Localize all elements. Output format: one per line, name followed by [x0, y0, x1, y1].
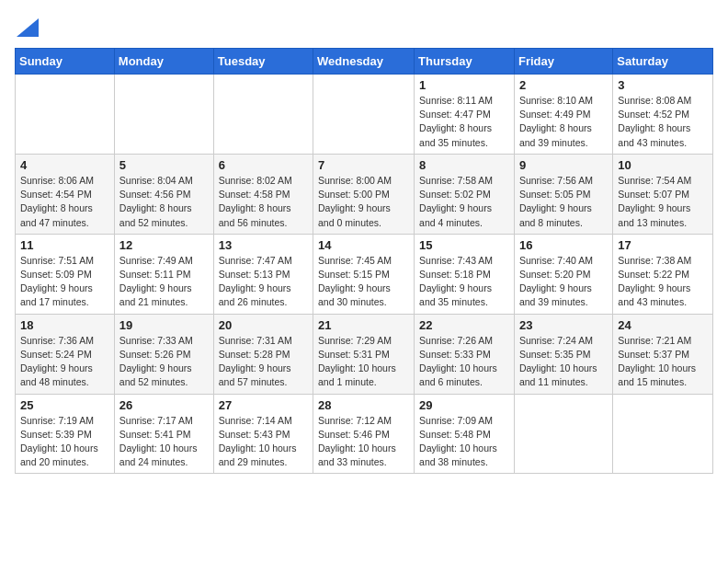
day-number: 19 [119, 318, 209, 332]
day-info: Sunrise: 8:06 AM Sunset: 4:54 PM Dayligh… [20, 174, 109, 230]
day-info: Sunrise: 8:00 AM Sunset: 5:00 PM Dayligh… [318, 174, 409, 230]
day-number: 4 [20, 158, 109, 172]
day-info: Sunrise: 7:40 AM Sunset: 5:20 PM Dayligh… [519, 254, 608, 310]
day-header-sunday: Sunday [16, 49, 115, 75]
calendar-cell: 17Sunrise: 7:38 AM Sunset: 5:22 PM Dayli… [613, 234, 713, 314]
day-number: 15 [419, 238, 509, 252]
day-info: Sunrise: 7:49 AM Sunset: 5:11 PM Dayligh… [119, 254, 209, 310]
day-info: Sunrise: 7:24 AM Sunset: 5:35 PM Dayligh… [519, 334, 608, 390]
calendar-cell: 22Sunrise: 7:26 AM Sunset: 5:33 PM Dayli… [415, 314, 515, 394]
day-number: 20 [219, 318, 308, 332]
week-row-3: 18Sunrise: 7:36 AM Sunset: 5:24 PM Dayli… [16, 314, 713, 394]
day-number: 21 [318, 318, 409, 332]
day-number: 22 [419, 318, 509, 332]
days-header-row: SundayMondayTuesdayWednesdayThursdayFrid… [16, 49, 713, 75]
day-number: 27 [219, 398, 308, 412]
day-header-wednesday: Wednesday [313, 49, 415, 75]
calendar-cell: 18Sunrise: 7:36 AM Sunset: 5:24 PM Dayli… [16, 314, 115, 394]
calendar-cell: 11Sunrise: 7:51 AM Sunset: 5:09 PM Dayli… [16, 234, 115, 314]
day-info: Sunrise: 7:31 AM Sunset: 5:28 PM Dayligh… [219, 334, 308, 390]
calendar-cell: 14Sunrise: 7:45 AM Sunset: 5:15 PM Dayli… [313, 234, 415, 314]
day-info: Sunrise: 7:09 AM Sunset: 5:48 PM Dayligh… [419, 414, 509, 470]
calendar-body: 1Sunrise: 8:11 AM Sunset: 4:47 PM Daylig… [16, 75, 713, 474]
day-number: 29 [419, 398, 509, 412]
calendar-cell: 4Sunrise: 8:06 AM Sunset: 4:54 PM Daylig… [16, 154, 115, 234]
week-row-0: 1Sunrise: 8:11 AM Sunset: 4:47 PM Daylig… [16, 75, 713, 155]
day-info: Sunrise: 7:43 AM Sunset: 5:18 PM Dayligh… [419, 254, 509, 310]
calendar-cell: 16Sunrise: 7:40 AM Sunset: 5:20 PM Dayli… [514, 234, 612, 314]
day-number: 9 [519, 158, 608, 172]
day-number: 1 [419, 78, 509, 92]
day-info: Sunrise: 7:36 AM Sunset: 5:24 PM Dayligh… [20, 334, 109, 390]
calendar-cell: 9Sunrise: 7:56 AM Sunset: 5:05 PM Daylig… [514, 154, 612, 234]
day-header-monday: Monday [114, 49, 213, 75]
day-number: 6 [219, 158, 308, 172]
day-info: Sunrise: 7:51 AM Sunset: 5:09 PM Dayligh… [20, 254, 109, 310]
logo-icon [17, 18, 39, 37]
logo-text [15, 18, 39, 40]
calendar-cell: 29Sunrise: 7:09 AM Sunset: 5:48 PM Dayli… [415, 394, 515, 474]
day-number: 13 [219, 238, 308, 252]
calendar-cell: 26Sunrise: 7:17 AM Sunset: 5:41 PM Dayli… [114, 394, 213, 474]
day-number: 10 [618, 158, 708, 172]
calendar-cell: 20Sunrise: 7:31 AM Sunset: 5:28 PM Dayli… [213, 314, 313, 394]
calendar-cell [16, 75, 115, 155]
day-info: Sunrise: 7:33 AM Sunset: 5:26 PM Dayligh… [119, 334, 209, 390]
day-number: 12 [119, 238, 209, 252]
calendar-cell: 8Sunrise: 7:58 AM Sunset: 5:02 PM Daylig… [415, 154, 515, 234]
day-info: Sunrise: 7:19 AM Sunset: 5:39 PM Dayligh… [20, 414, 109, 470]
day-info: Sunrise: 7:54 AM Sunset: 5:07 PM Dayligh… [618, 174, 708, 230]
day-number: 14 [318, 238, 409, 252]
calendar-cell: 19Sunrise: 7:33 AM Sunset: 5:26 PM Dayli… [114, 314, 213, 394]
calendar-cell: 10Sunrise: 7:54 AM Sunset: 5:07 PM Dayli… [613, 154, 713, 234]
day-info: Sunrise: 8:11 AM Sunset: 4:47 PM Dayligh… [419, 94, 509, 150]
calendar-cell: 3Sunrise: 8:08 AM Sunset: 4:52 PM Daylig… [613, 75, 713, 155]
day-header-saturday: Saturday [613, 49, 713, 75]
day-number: 5 [119, 158, 209, 172]
header [15, 15, 713, 40]
day-number: 7 [318, 158, 409, 172]
day-info: Sunrise: 8:08 AM Sunset: 4:52 PM Dayligh… [618, 94, 708, 150]
calendar-cell: 13Sunrise: 7:47 AM Sunset: 5:13 PM Dayli… [213, 234, 313, 314]
calendar-cell [613, 394, 713, 474]
calendar-cell: 1Sunrise: 8:11 AM Sunset: 4:47 PM Daylig… [415, 75, 515, 155]
day-number: 24 [618, 318, 708, 332]
calendar-cell: 5Sunrise: 8:04 AM Sunset: 4:56 PM Daylig… [114, 154, 213, 234]
day-info: Sunrise: 7:12 AM Sunset: 5:46 PM Dayligh… [318, 414, 409, 470]
week-row-4: 25Sunrise: 7:19 AM Sunset: 5:39 PM Dayli… [16, 394, 713, 474]
logo [15, 18, 39, 40]
calendar-cell: 12Sunrise: 7:49 AM Sunset: 5:11 PM Dayli… [114, 234, 213, 314]
calendar-cell: 7Sunrise: 8:00 AM Sunset: 5:00 PM Daylig… [313, 154, 415, 234]
day-header-tuesday: Tuesday [213, 49, 313, 75]
day-info: Sunrise: 7:17 AM Sunset: 5:41 PM Dayligh… [119, 414, 209, 470]
day-info: Sunrise: 7:29 AM Sunset: 5:31 PM Dayligh… [318, 334, 409, 390]
day-number: 25 [20, 398, 109, 412]
day-number: 2 [519, 78, 608, 92]
calendar-cell: 27Sunrise: 7:14 AM Sunset: 5:43 PM Dayli… [213, 394, 313, 474]
week-row-1: 4Sunrise: 8:06 AM Sunset: 4:54 PM Daylig… [16, 154, 713, 234]
day-info: Sunrise: 8:10 AM Sunset: 4:49 PM Dayligh… [519, 94, 608, 150]
calendar-cell: 28Sunrise: 7:12 AM Sunset: 5:46 PM Dayli… [313, 394, 415, 474]
calendar: SundayMondayTuesdayWednesdayThursdayFrid… [15, 48, 713, 474]
svg-marker-0 [17, 18, 39, 37]
day-number: 28 [318, 398, 409, 412]
calendar-cell [213, 75, 313, 155]
calendar-cell: 25Sunrise: 7:19 AM Sunset: 5:39 PM Dayli… [16, 394, 115, 474]
day-info: Sunrise: 7:45 AM Sunset: 5:15 PM Dayligh… [318, 254, 409, 310]
calendar-cell: 2Sunrise: 8:10 AM Sunset: 4:49 PM Daylig… [514, 75, 612, 155]
day-info: Sunrise: 7:47 AM Sunset: 5:13 PM Dayligh… [219, 254, 308, 310]
day-info: Sunrise: 7:38 AM Sunset: 5:22 PM Dayligh… [618, 254, 708, 310]
calendar-cell [114, 75, 213, 155]
day-number: 16 [519, 238, 608, 252]
day-number: 8 [419, 158, 509, 172]
calendar-cell: 24Sunrise: 7:21 AM Sunset: 5:37 PM Dayli… [613, 314, 713, 394]
day-number: 23 [519, 318, 608, 332]
calendar-cell: 15Sunrise: 7:43 AM Sunset: 5:18 PM Dayli… [415, 234, 515, 314]
day-header-thursday: Thursday [415, 49, 515, 75]
day-info: Sunrise: 7:14 AM Sunset: 5:43 PM Dayligh… [219, 414, 308, 470]
day-number: 11 [20, 238, 109, 252]
day-number: 18 [20, 318, 109, 332]
day-number: 26 [119, 398, 209, 412]
calendar-cell [313, 75, 415, 155]
day-info: Sunrise: 8:04 AM Sunset: 4:56 PM Dayligh… [119, 174, 209, 230]
